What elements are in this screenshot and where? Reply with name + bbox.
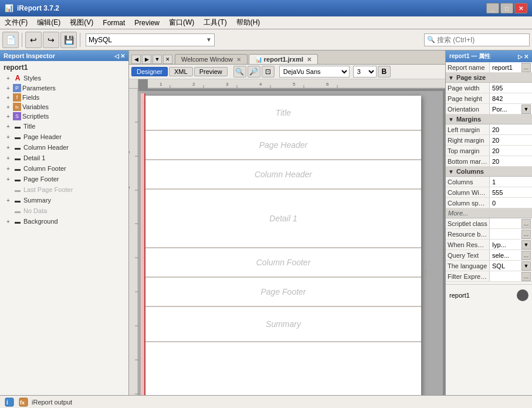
xml-tab-button[interactable]: XML — [169, 67, 193, 76]
new-button[interactable]: 📄 — [2, 32, 19, 48]
preview-tab-button[interactable]: Preview — [194, 67, 228, 76]
prop-value-columns[interactable]: 1 — [489, 177, 532, 187]
properties-collapse-button[interactable]: ▷ — [518, 53, 523, 60]
zoom-in-button[interactable]: 🔎 — [248, 66, 260, 77]
tab-nav-list[interactable]: ▼ — [153, 55, 162, 64]
tree-root[interactable]: report1 — [0, 62, 128, 73]
menubar: 文件(F) 编辑(E) 视图(V) Format Preview 窗口(W) 工… — [0, 16, 532, 29]
prop-dropdown-whenresource[interactable]: ▼ — [521, 240, 531, 249]
parameters-icon: P — [13, 84, 21, 92]
nodata-icon: ▬ — [13, 206, 22, 215]
prop-value-rightmargin[interactable]: 20 — [489, 135, 532, 145]
tree-item-background[interactable]: + ▬ Background — [0, 216, 128, 227]
zoom-out-button[interactable]: 🔍 — [233, 66, 246, 77]
svg-text:2: 2 — [192, 82, 195, 87]
menu-file[interactable]: 文件(F) — [0, 16, 32, 29]
tree-label-columnfooter: Column Footer — [23, 165, 66, 172]
redo-button[interactable]: ↪ — [43, 32, 59, 48]
prop-value-text-querytext: sele... — [491, 252, 521, 259]
tree-item-variables[interactable]: + fx Variables — [0, 102, 128, 112]
designer-tab-button[interactable]: Designer — [131, 67, 168, 76]
menu-tools[interactable]: 工具(T) — [199, 16, 231, 29]
menu-help[interactable]: 帮助(H) — [232, 16, 265, 29]
prop-ellipsis-resource[interactable]: … — [521, 230, 531, 239]
canvas-area[interactable]: 1 2 3 4 5 6 — [129, 79, 445, 395]
undo-button[interactable]: ↩ — [25, 32, 42, 48]
search-area[interactable]: 🔍 — [424, 33, 530, 46]
prop-value-pageheight[interactable]: 842 — [489, 93, 532, 103]
menu-format[interactable]: Format — [98, 18, 130, 28]
prop-value-orientation[interactable]: Por... ▼ — [489, 104, 532, 114]
tree-item-fields[interactable]: + f Fields — [0, 93, 128, 102]
prop-value-pagewidth[interactable]: 595 — [489, 83, 532, 93]
prop-section-pagesize[interactable]: ▼ Page size — [446, 73, 532, 83]
prop-value-whenresource[interactable]: Iyp... ▼ — [489, 240, 532, 249]
prop-value-resourcebundle[interactable]: … — [489, 229, 532, 239]
save-button[interactable]: 💾 — [60, 32, 77, 48]
tab-nav-left[interactable]: ◀ — [131, 55, 141, 64]
tree-item-pageheader[interactable]: + ▬ Page Header — [0, 131, 128, 142]
prop-value-leftmargin[interactable]: 20 — [489, 124, 532, 134]
tree-item-styles[interactable]: + A Styles — [0, 73, 128, 83]
prop-ellipsis-scriptlet[interactable]: … — [521, 219, 531, 228]
expand-icon: + — [5, 104, 12, 110]
zoom-fit-button[interactable]: ⊡ — [262, 66, 275, 77]
menu-view[interactable]: 视图(V) — [65, 16, 98, 29]
prop-value-scriptletclass[interactable]: … — [489, 218, 532, 228]
maximize-button[interactable]: □ — [500, 3, 513, 14]
tree-item-detail1[interactable]: + ▬ Detail 1 — [0, 153, 128, 163]
tab-nav-right[interactable]: ▶ — [142, 55, 151, 64]
tab-nav-close[interactable]: ✕ — [163, 55, 172, 64]
prop-value-text-rightmargin: 20 — [491, 137, 500, 144]
prop-value-columnspace[interactable]: 0 — [489, 198, 532, 208]
tree-item-summary[interactable]: + ▬ Summary — [0, 195, 128, 205]
menu-preview[interactable]: Preview — [130, 18, 164, 28]
inspector-close-button[interactable]: ✕ — [120, 53, 125, 59]
tab-welcome[interactable]: Welcome Window ✕ — [175, 54, 248, 64]
properties-close-button[interactable]: ✕ — [524, 53, 528, 60]
font-size-selector[interactable]: 3 — [353, 66, 377, 77]
tree-item-columnfooter[interactable]: + ▬ Column Footer — [0, 163, 128, 174]
band-title: Title — [145, 96, 421, 131]
minimize-button[interactable]: _ — [486, 3, 499, 14]
prop-value-topmargin[interactable]: 20 — [489, 146, 532, 156]
tab-report1[interactable]: 📊 report1.jrxml ✕ — [249, 54, 318, 64]
tree-item-scriptlets[interactable]: + S Scriptlets — [0, 112, 128, 121]
prop-value-text-reportname: report1 — [491, 64, 521, 71]
tree-item-parameters[interactable]: + P Parameters — [0, 83, 128, 93]
prop-value-querytext[interactable]: sele... … — [489, 250, 532, 260]
tree-item-pagefooter[interactable]: + ▬ Page Footer — [0, 174, 128, 184]
tab-welcome-close[interactable]: ✕ — [236, 56, 241, 63]
bold-button[interactable]: B — [378, 66, 391, 77]
close-button[interactable]: ✕ — [514, 3, 527, 14]
variables-icon: fx — [13, 103, 21, 111]
prop-label-topmargin: Top margin — [446, 147, 489, 154]
prop-section-columns[interactable]: ▼ Columns — [446, 167, 532, 177]
menu-edit[interactable]: 编辑(E) — [32, 16, 65, 29]
tree-item-nodata[interactable]: ▬ No Data — [0, 205, 128, 216]
inspector-collapse-button[interactable]: ◁ — [114, 53, 119, 59]
datasource-dropdown[interactable]: MySQL ▼ — [86, 33, 215, 46]
tree-item-title[interactable]: + ▬ Title — [0, 121, 128, 131]
tree-item-lastpagefooter[interactable]: ▬ Last Page Footer — [0, 184, 128, 195]
prop-value-columnwidth[interactable]: 555 — [489, 187, 532, 197]
expand-icon: + — [5, 155, 12, 161]
prop-section-margins[interactable]: ▼ Margins — [446, 114, 532, 124]
tree-item-columnheader[interactable]: + ▬ Column Header — [0, 142, 128, 153]
search-input[interactable] — [437, 36, 527, 44]
prop-ellipsis-filter[interactable]: … — [521, 272, 531, 281]
prop-value-filterexpr[interactable]: … — [489, 271, 532, 281]
prop-ellipsis-reportname[interactable]: … — [521, 63, 531, 72]
prop-ellipsis-query[interactable]: … — [521, 251, 531, 260]
tab-report1-close[interactable]: ✕ — [307, 56, 311, 63]
prop-value-bottommargin[interactable]: 20 — [489, 156, 532, 166]
prop-dropdown-language[interactable]: ▼ — [521, 261, 531, 271]
prop-section-more[interactable]: More... — [446, 208, 532, 218]
prop-value-language[interactable]: SQL ▼ — [489, 261, 532, 271]
report-canvas[interactable]: Title Page Header Column Header — [145, 96, 421, 395]
menu-window[interactable]: 窗口(W) — [164, 16, 199, 29]
prop-dropdown-orientation[interactable]: ▼ — [521, 104, 531, 114]
font-selector[interactable]: DejaVu Sans — [279, 66, 350, 77]
prop-row-reportname: Report name report1 … — [446, 62, 532, 73]
prop-value-reportname[interactable]: report1 … — [489, 62, 532, 72]
